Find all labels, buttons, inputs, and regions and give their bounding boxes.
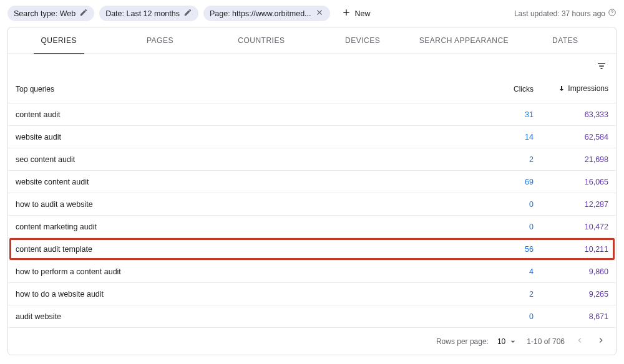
chip-label: Search type: Web: [14, 9, 76, 18]
table-row[interactable]: content marketing audit010,472: [8, 215, 616, 237]
col-header-queries[interactable]: Top queries: [16, 85, 477, 93]
impressions-label: Impressions: [568, 84, 608, 93]
table-header: Top queries Clicks Impressions: [8, 75, 616, 103]
tab-pages[interactable]: PAGES: [109, 27, 210, 54]
new-label: New: [355, 9, 371, 18]
impressions-cell: 9,860: [534, 267, 608, 276]
add-filter-button[interactable]: New: [335, 5, 377, 22]
col-header-impressions[interactable]: Impressions: [534, 84, 608, 94]
query-cell: seo content audit: [16, 155, 477, 164]
next-page-button[interactable]: [595, 334, 607, 348]
impressions-cell: 16,065: [534, 178, 608, 186]
impressions-cell: 9,265: [534, 290, 608, 299]
query-cell: website content audit: [16, 178, 477, 186]
chip-label: Date: Last 12 months: [105, 9, 180, 18]
impressions-cell: 10,211: [534, 245, 608, 254]
edit-icon: [183, 8, 192, 19]
table-row[interactable]: audit website08,671: [8, 305, 616, 327]
table-row[interactable]: how to audit a website012,287: [8, 193, 616, 215]
tab-countries[interactable]: COUNTRIES: [211, 27, 312, 54]
tab-search-appearance[interactable]: SEARCH APPEARANCE: [413, 27, 514, 54]
clicks-cell: 56: [477, 245, 534, 254]
table-row[interactable]: seo content audit221,698: [8, 148, 616, 170]
help-icon[interactable]: [608, 8, 617, 19]
table-row[interactable]: website content audit6916,065: [8, 170, 616, 193]
impressions-cell: 12,287: [534, 200, 608, 209]
query-cell: content audit template: [16, 245, 477, 254]
filter-icon[interactable]: [596, 60, 607, 72]
pagination-range: 1-10 of 706: [527, 337, 565, 346]
chip-label: Page: https://www.orbitmed...: [210, 9, 311, 18]
query-cell: website audit: [16, 133, 477, 141]
prev-page-button[interactable]: [573, 334, 586, 348]
last-updated: Last updated: 37 hours ago: [514, 8, 617, 19]
query-cell: how to do a website audit: [16, 290, 477, 299]
table-row[interactable]: how to do a website audit29,265: [8, 282, 616, 305]
clicks-cell: 4: [477, 267, 534, 276]
clicks-cell: 69: [477, 178, 534, 186]
sort-desc-icon: [558, 85, 565, 92]
last-updated-text: Last updated: 37 hours ago: [514, 9, 605, 18]
clicks-cell: 14: [477, 133, 534, 141]
chevron-left-icon: [575, 335, 585, 345]
rows-per-page-label: Rows per page:: [436, 337, 489, 346]
table-row[interactable]: how to perform a content audit49,860: [8, 260, 616, 282]
query-cell: content audit: [16, 110, 477, 119]
impressions-cell: 10,472: [534, 223, 608, 231]
chip-search-type[interactable]: Search type: Web: [7, 6, 94, 21]
close-icon[interactable]: [315, 8, 324, 19]
query-cell: audit website: [16, 312, 477, 321]
pagination-footer: Rows per page: 10 1-10 of 706: [8, 327, 616, 355]
rows-per-page-value: 10: [497, 337, 505, 346]
plus-icon: [341, 7, 351, 19]
clicks-cell: 0: [477, 312, 534, 321]
clicks-cell: 2: [477, 155, 534, 164]
clicks-cell: 2: [477, 290, 534, 299]
col-header-clicks[interactable]: Clicks: [477, 85, 534, 93]
impressions-cell: 21,698: [534, 155, 608, 164]
impressions-cell: 63,333: [534, 110, 608, 119]
edit-icon: [79, 8, 88, 19]
data-card: QUERIES PAGES COUNTRIES DEVICES SEARCH A…: [7, 27, 617, 355]
query-cell: how to perform a content audit: [16, 267, 477, 276]
tab-devices[interactable]: DEVICES: [312, 27, 413, 54]
table-row[interactable]: website audit1462,584: [8, 125, 616, 148]
query-cell: content marketing audit: [16, 223, 477, 231]
chevron-down-icon: [508, 337, 518, 347]
filter-bar: Search type: Web Date: Last 12 months Pa…: [0, 0, 624, 27]
clicks-cell: 0: [477, 200, 534, 209]
tab-dates[interactable]: DATES: [515, 27, 616, 54]
rows-per-page-select[interactable]: 10: [497, 337, 518, 347]
impressions-cell: 8,671: [534, 312, 608, 321]
svg-point-1: [612, 14, 613, 14]
impressions-cell: 62,584: [534, 133, 608, 141]
chevron-right-icon: [596, 335, 606, 345]
tab-queries[interactable]: QUERIES: [8, 27, 109, 54]
query-cell: how to audit a website: [16, 200, 477, 209]
chip-page[interactable]: Page: https://www.orbitmed...: [203, 6, 330, 21]
clicks-cell: 31: [477, 110, 534, 119]
table-row[interactable]: content audit template5610,211: [8, 237, 616, 260]
tabs: QUERIES PAGES COUNTRIES DEVICES SEARCH A…: [8, 27, 616, 54]
table-row[interactable]: content audit3163,333: [8, 103, 616, 125]
chip-date[interactable]: Date: Last 12 months: [99, 6, 198, 21]
clicks-cell: 0: [477, 223, 534, 231]
